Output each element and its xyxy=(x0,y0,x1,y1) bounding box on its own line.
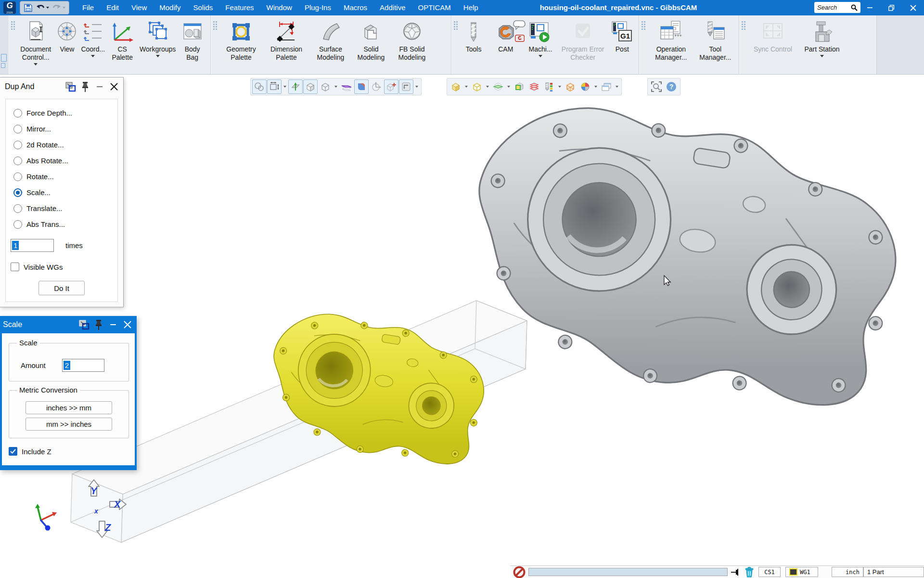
pin-statusbar-icon[interactable] xyxy=(731,568,740,576)
dropdown-arrow-icon[interactable] xyxy=(283,86,286,88)
group-drag-handle-icon[interactable] xyxy=(742,21,745,30)
group-drag-handle-icon[interactable] xyxy=(454,21,458,30)
wg-indicator[interactable]: WG1 xyxy=(785,567,818,577)
bounding-box-button[interactable] xyxy=(563,79,578,94)
edges-solid-button[interactable] xyxy=(470,79,484,94)
ribbon-item-body-bag[interactable]: Body Bag xyxy=(177,18,207,63)
dropdown-arrow-icon[interactable] xyxy=(558,86,561,88)
close-button[interactable] xyxy=(902,0,924,15)
quadrant-sphere-button[interactable] xyxy=(578,79,592,94)
menu-additive[interactable]: Additive xyxy=(373,0,411,15)
times-input[interactable]: 1 xyxy=(11,239,54,252)
ribbon-item-tool-manager[interactable]: Tool Manager... xyxy=(695,18,736,63)
minimize-panel-icon[interactable] xyxy=(92,79,107,94)
transfer-icon[interactable] xyxy=(64,79,78,94)
mm-to-inches-button[interactable]: mm >> inches xyxy=(26,418,112,431)
radio-force-depth[interactable]: Force Depth... xyxy=(13,105,117,121)
transfer-icon[interactable] xyxy=(77,317,91,332)
close-panel-icon[interactable] xyxy=(107,79,121,94)
cam-comment-icon[interactable] xyxy=(513,20,526,30)
add-cs-button[interactable] xyxy=(384,79,398,94)
menu-modify[interactable]: Modify xyxy=(153,0,187,15)
radio-abs-rotate[interactable]: Abs Rotate... xyxy=(13,153,117,169)
dup-and-titlebar[interactable]: Dup And xyxy=(0,78,123,96)
menu-file[interactable]: File xyxy=(76,0,100,15)
restore-button[interactable] xyxy=(881,0,902,15)
pin-icon[interactable] xyxy=(78,79,92,94)
menu-solids[interactable]: Solids xyxy=(187,0,219,15)
dropdown-arrow-icon[interactable] xyxy=(507,86,510,88)
dropdown-arrow-icon[interactable] xyxy=(415,86,418,88)
visible-wgs-row[interactable]: Visible WGs xyxy=(11,263,117,271)
inches-to-mm-button[interactable]: inches >> mm xyxy=(26,401,112,414)
radio-abs-trans[interactable]: Abs Trans... xyxy=(13,216,117,232)
do-it-button[interactable]: Do It xyxy=(38,281,85,295)
menu-help[interactable]: Help xyxy=(457,0,485,15)
cs-indicator[interactable]: CS1 xyxy=(758,567,781,577)
menu-features[interactable]: Features xyxy=(219,0,260,15)
minimize-button[interactable] xyxy=(859,0,881,15)
save-button[interactable] xyxy=(23,2,34,13)
zoom-select-button[interactable] xyxy=(649,79,664,94)
menu-macros[interactable]: Macros xyxy=(337,0,373,15)
select-overlap-button[interactable] xyxy=(252,79,267,94)
menu-plugins[interactable]: Plug-Ins xyxy=(298,0,337,15)
close-panel-icon[interactable] xyxy=(120,317,135,332)
dimension-view-button[interactable] xyxy=(267,79,282,94)
ribbon-item-workgroups[interactable]: Workgroups xyxy=(138,18,177,58)
ribbon-item-operation-manager[interactable]: +++ Operation Manager... xyxy=(647,18,695,63)
dropdown-arrow-icon[interactable] xyxy=(486,86,489,88)
ribbon-item-cam[interactable]: CAM xyxy=(488,18,524,54)
menu-opticam[interactable]: OPTICAM xyxy=(411,0,457,15)
ribbon-item-tools[interactable]: Tools xyxy=(460,18,488,54)
visible-wgs-checkbox[interactable] xyxy=(11,263,19,271)
include-z-row[interactable]: Include Z xyxy=(9,447,51,456)
dropdown-arrow-icon[interactable] xyxy=(465,86,468,88)
tool-display-button[interactable] xyxy=(542,79,556,94)
undo-dropdown[interactable] xyxy=(46,7,49,9)
ribbon-item-solid-modeling[interactable]: Solid Modeling xyxy=(352,18,390,63)
group-drag-handle-icon[interactable] xyxy=(213,21,217,30)
render-mode-button[interactable] xyxy=(354,79,369,94)
dropdown-arrow-icon[interactable] xyxy=(594,86,597,88)
units-indicator[interactable]: inch xyxy=(832,567,863,577)
stop-icon[interactable] xyxy=(513,566,526,578)
ribbon-item-coord[interactable]: Coord... xyxy=(79,18,106,58)
redo-button[interactable] xyxy=(51,2,66,13)
trash-icon[interactable] xyxy=(744,566,755,578)
slice-view-button[interactable] xyxy=(491,79,505,94)
help-button[interactable]: ? xyxy=(664,79,679,94)
shaded-view-button[interactable] xyxy=(303,79,318,94)
group-drag-handle-icon[interactable] xyxy=(11,21,15,30)
menu-window[interactable]: Window xyxy=(260,0,298,15)
section-view-button[interactable] xyxy=(339,79,354,94)
undo-button[interactable] xyxy=(35,2,50,13)
plane-view-button[interactable] xyxy=(288,79,303,94)
shaded-solid-button[interactable] xyxy=(449,79,463,94)
facet-view-button[interactable] xyxy=(512,79,526,94)
ribbon-item-part-station[interactable]: Part Station xyxy=(798,18,846,58)
ribbon-item-dimension-palette[interactable]: Dimension Palette xyxy=(263,18,309,63)
dropdown-arrow-icon[interactable] xyxy=(616,86,618,88)
scale-dialog-titlebar[interactable]: Scale xyxy=(0,316,137,333)
flip-cs-button[interactable] xyxy=(399,79,413,94)
group-drag-handle-icon[interactable] xyxy=(642,21,645,30)
dock-handle-icon[interactable] xyxy=(1,54,7,69)
ribbon-item-fb-solid-modeling[interactable]: FB Solid Modeling xyxy=(390,18,434,63)
redo-dropdown[interactable] xyxy=(63,7,65,9)
menu-edit[interactable]: Edit xyxy=(100,0,125,15)
ribbon-item-surface-modeling[interactable]: Surface Modeling xyxy=(309,18,352,63)
radio-rotate[interactable]: Rotate... xyxy=(13,169,117,184)
wireframe-view-button[interactable] xyxy=(318,79,333,94)
ribbon-item-machining[interactable]: Machi... xyxy=(524,18,557,58)
ribbon-item-post[interactable]: G1 Post xyxy=(609,18,636,54)
minimize-panel-icon[interactable] xyxy=(106,317,120,332)
sphere-axes-button[interactable] xyxy=(369,79,384,94)
layers-button[interactable] xyxy=(527,79,541,94)
radio-2d-rotate[interactable]: 2d Rotate... xyxy=(13,137,117,153)
viewport-3d[interactable]: Y X x Z xyxy=(0,74,924,566)
dropdown-arrow-icon[interactable] xyxy=(334,86,337,88)
ribbon-item-geometry-palette[interactable]: Geometry Palette xyxy=(219,18,263,63)
ribbon-item-cs-palette[interactable]: CS Palette xyxy=(106,18,138,63)
ribbon-item-document-control[interactable]: Document Control... xyxy=(17,18,54,66)
